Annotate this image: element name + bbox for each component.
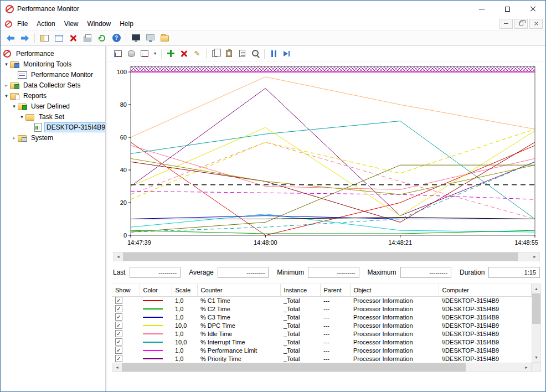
scroll-left-icon[interactable]: ◄ bbox=[114, 252, 123, 261]
tree-item-monitoring-tools[interactable]: ▾Monitoring Tools bbox=[1, 59, 105, 69]
menubar: FileActionViewWindowHelp bbox=[1, 17, 545, 30]
delete-counter-button[interactable] bbox=[178, 48, 190, 60]
tree-item-task-set[interactable]: ▾Task Set bbox=[1, 111, 105, 122]
tree-item-performance-monitor[interactable]: Performance Monitor bbox=[1, 69, 105, 80]
cell-scale: 1,0 bbox=[172, 346, 197, 354]
show-checkbox[interactable]: ✓ bbox=[115, 313, 122, 321]
change-graph-type-button[interactable] bbox=[138, 48, 151, 60]
mdi-close-button[interactable] bbox=[529, 19, 543, 29]
column-header-scale[interactable]: Scale bbox=[172, 284, 197, 296]
back-button[interactable] bbox=[4, 32, 17, 45]
column-header-instance[interactable]: Instance bbox=[280, 284, 320, 296]
minimize-button[interactable] bbox=[469, 1, 495, 17]
view-log-data-button[interactable] bbox=[125, 48, 137, 60]
open-folder-button[interactable] bbox=[158, 32, 171, 45]
menu-action[interactable]: Action bbox=[32, 18, 59, 29]
column-header-parent[interactable]: Parent bbox=[320, 284, 350, 296]
column-header-object[interactable]: Object bbox=[350, 284, 439, 296]
maximize-button[interactable] bbox=[495, 1, 520, 17]
app-window: Performance Monitor FileActionViewWindow… bbox=[0, 0, 546, 392]
copy-properties-button[interactable] bbox=[209, 48, 222, 60]
view-current-activity-button[interactable] bbox=[112, 48, 124, 60]
forward-icon bbox=[20, 34, 30, 43]
show-checkbox[interactable]: ✓ bbox=[115, 322, 122, 329]
freeze-display-button[interactable] bbox=[267, 48, 280, 60]
table-hscroll-track[interactable] bbox=[122, 363, 522, 372]
mdi-restore-button[interactable] bbox=[514, 19, 528, 29]
column-header-counter[interactable]: Counter bbox=[197, 284, 280, 296]
perfmon-icon bbox=[3, 49, 12, 58]
show-checkbox[interactable]: ✓ bbox=[115, 305, 122, 312]
tree-item-data-collector-sets[interactable]: ▸Data Collector Sets bbox=[1, 80, 105, 90]
properties-button[interactable] bbox=[236, 48, 248, 60]
show-checkbox[interactable]: ✓ bbox=[115, 347, 122, 354]
menu-file[interactable]: File bbox=[13, 18, 32, 29]
stat-label-average: Average bbox=[189, 269, 213, 276]
chart-hscrollbar[interactable]: ◄ ► bbox=[113, 252, 540, 261]
new-window-button[interactable] bbox=[129, 32, 142, 45]
chart-hscroll-thumb[interactable] bbox=[123, 252, 518, 261]
mdi-close-icon bbox=[534, 21, 539, 26]
tree-item-desktop-315i4b9[interactable]: DESKTOP-315I4B9 bbox=[1, 122, 105, 132]
mdi-minimize-button[interactable] bbox=[499, 19, 513, 29]
table-hscrollbar[interactable]: ◄ ► bbox=[112, 363, 532, 372]
expander-expanded-icon[interactable]: ▾ bbox=[3, 93, 10, 99]
tree-item-reports[interactable]: ▾Reports bbox=[1, 90, 105, 101]
copy-icon bbox=[212, 50, 218, 57]
scroll-left-icon[interactable]: ◄ bbox=[112, 363, 122, 372]
show-checkbox[interactable]: ✓ bbox=[115, 297, 122, 304]
scroll-down-icon[interactable]: ▼ bbox=[532, 353, 540, 362]
tree-item-system[interactable]: ▸System bbox=[1, 132, 105, 143]
expander-expanded-icon[interactable]: ▾ bbox=[3, 61, 10, 67]
show-checkbox[interactable]: ✓ bbox=[115, 338, 122, 345]
refresh-button[interactable] bbox=[95, 32, 109, 45]
y-tick-label: 80 bbox=[120, 101, 127, 108]
add-counter-button[interactable] bbox=[164, 48, 177, 60]
chart-hscroll-track[interactable] bbox=[123, 252, 530, 261]
menu-help[interactable]: Help bbox=[115, 18, 138, 29]
scroll-right-icon[interactable]: ► bbox=[522, 363, 531, 372]
expander-collapsed-icon[interactable]: ▸ bbox=[11, 135, 18, 141]
tree-item-performance[interactable]: Performance bbox=[1, 48, 105, 59]
table-vscroll-thumb[interactable] bbox=[532, 293, 540, 324]
menu-window[interactable]: Window bbox=[83, 18, 116, 29]
delete-button[interactable] bbox=[66, 32, 80, 45]
monitor-icon bbox=[132, 34, 140, 40]
cell-scale: 1,0 bbox=[172, 313, 197, 321]
tree-item-user-defined[interactable]: ▾User Defined bbox=[1, 101, 105, 111]
close-button[interactable] bbox=[520, 1, 545, 17]
stat-value-text: 1:15 bbox=[524, 269, 536, 276]
table-vscrollbar[interactable]: ▲ ▼ bbox=[532, 283, 541, 363]
window-options-button[interactable] bbox=[143, 32, 157, 45]
scroll-up-icon[interactable]: ▲ bbox=[532, 284, 540, 293]
table-hscroll-thumb[interactable] bbox=[122, 363, 466, 372]
show-checkbox[interactable]: ✓ bbox=[115, 355, 122, 362]
expander-collapsed-icon[interactable]: ▸ bbox=[3, 82, 10, 88]
expander-expanded-icon[interactable]: ▾ bbox=[11, 104, 18, 109]
forward-button[interactable] bbox=[18, 32, 32, 45]
chart-area: 02040608010014:47:3914:48:0014:48:2114:4… bbox=[107, 61, 545, 249]
table-vscroll-track[interactable] bbox=[532, 293, 540, 353]
export-list-button[interactable] bbox=[52, 32, 65, 45]
column-header-computer[interactable]: Computer bbox=[439, 284, 532, 296]
show-hide-console-tree-button[interactable] bbox=[38, 32, 51, 45]
y-tick-label: 40 bbox=[120, 167, 127, 173]
log-data-icon bbox=[128, 50, 135, 57]
column-header-show[interactable]: Show bbox=[112, 284, 140, 296]
cell-parent: --- bbox=[320, 305, 350, 313]
paste-counter-list-button[interactable] bbox=[223, 48, 235, 60]
expander-expanded-icon[interactable]: ▾ bbox=[18, 114, 25, 120]
graph-type-dropdown[interactable]: ▾ bbox=[152, 48, 158, 60]
menu-view[interactable]: View bbox=[60, 18, 83, 29]
help-button[interactable]: ? bbox=[110, 32, 123, 45]
zoom-button[interactable] bbox=[249, 48, 261, 60]
x-tick-label: 14:48:21 bbox=[388, 239, 412, 246]
paste-icon bbox=[226, 50, 232, 57]
column-header-color[interactable]: Color bbox=[140, 284, 172, 296]
scroll-right-icon[interactable]: ► bbox=[530, 252, 539, 261]
update-data-button[interactable] bbox=[281, 48, 293, 60]
show-checkbox[interactable]: ✓ bbox=[115, 330, 122, 337]
cell-parent: --- bbox=[320, 321, 350, 329]
highlight-button[interactable]: ✎ bbox=[191, 48, 203, 60]
print-button[interactable] bbox=[81, 32, 94, 45]
